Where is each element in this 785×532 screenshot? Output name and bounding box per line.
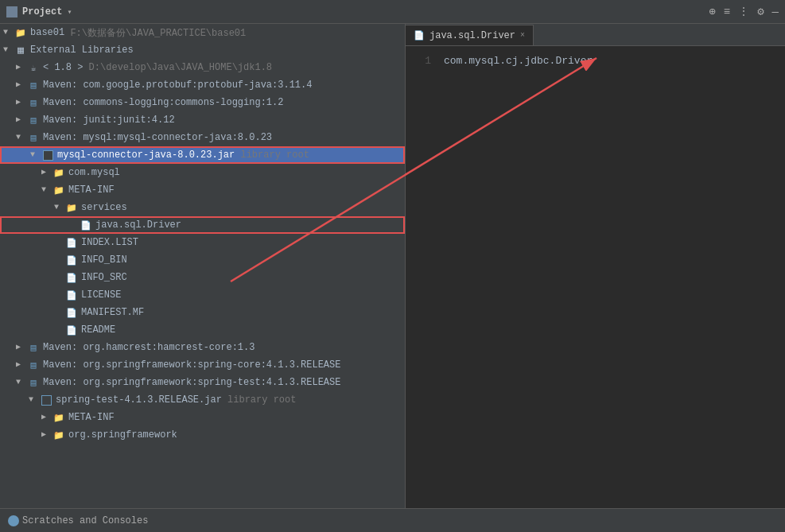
label-maven-junit: Maven: junit:junit:4.12	[43, 115, 175, 126]
label-mysql-jar-root: library root	[235, 150, 309, 161]
arrow-spring-test-jar	[29, 395, 38, 405]
tree-item-meta-inf[interactable]: META-INF	[0, 181, 405, 199]
arrow-maven-spring-core	[16, 360, 25, 370]
label-spring-meta-inf: META-INF	[68, 412, 115, 423]
tab-close-button[interactable]: ×	[520, 31, 525, 40]
code-area: com.mysql.cj.jdbc.Driver	[437, 52, 785, 502]
tree-item-maven-protobuf[interactable]: ▤ Maven: com.google.protobuf:protobuf-ja…	[0, 76, 405, 94]
tree-item-spring-org[interactable]: org.springframework	[0, 426, 405, 444]
label-maven-commons: Maven: commons-logging:commons-logging:1…	[43, 97, 283, 108]
label-jdk: < 1.8 >	[43, 62, 83, 73]
editor-area: java.sql.Driver × 1 com.mysql.cj.jdbc.Dr…	[406, 24, 785, 508]
folder-icon-spring-meta-inf	[52, 411, 65, 424]
folder-icon-spring-org	[52, 429, 65, 441]
path-jdk: D:\develop\Java\JAVA_HOME\jdk1.8	[83, 62, 272, 73]
tree-item-license[interactable]: 📄 LICENSE	[0, 286, 405, 304]
label-java-sql-driver: java.sql.Driver	[95, 219, 181, 231]
label-spring-test-jar-root: library root	[222, 394, 297, 406]
folder-icon-meta-inf	[52, 184, 65, 196]
tree-item-maven-commons[interactable]: ▤ Maven: commons-logging:commons-logging…	[0, 94, 405, 111]
folder-icon-com-mysql	[52, 166, 65, 179]
tab-file-icon	[414, 30, 425, 41]
top-bar-left: Project ▾	[6, 6, 709, 17]
sidebar[interactable]: base01 F:\数据备份\JAVA_PRACTICE\base01 ▦ Ex…	[0, 24, 406, 508]
tree-item-index-list[interactable]: 📄 INDEX.LIST	[0, 234, 405, 251]
tree-item-manifest[interactable]: 📄 MANIFEST.MF	[0, 304, 405, 321]
file-icon-license: 📄	[65, 289, 78, 301]
tree-item-readme[interactable]: 📄 README	[0, 321, 405, 339]
tab-java-sql-driver[interactable]: java.sql.Driver ×	[406, 25, 534, 45]
arrow-spring-org	[41, 430, 51, 440]
path-base01: F:\数据备份\JAVA_PRACTICE\base01	[64, 26, 246, 40]
label-index-list: INDEX.LIST	[81, 237, 138, 248]
arrow-meta-inf	[41, 185, 51, 195]
tree-item-maven-spring-test[interactable]: ▤ Maven: org.springframework:spring-test…	[0, 374, 405, 391]
split-icon[interactable]: ⋮	[738, 5, 749, 18]
tab-bar: java.sql.Driver ×	[406, 24, 785, 46]
arrow-maven-junit	[16, 115, 25, 125]
label-services: services	[81, 202, 127, 213]
file-icon-info-src: 📄	[65, 271, 78, 284]
label-manifest: MANIFEST.MF	[81, 307, 144, 318]
arrow-maven-mysql	[16, 133, 25, 142]
tree-item-spring-test-jar[interactable]: spring-test-4.1.3.RELEASE.jar library ro…	[0, 391, 405, 409]
tree-item-maven-spring-core[interactable]: ▤ Maven: org.springframework:spring-core…	[0, 356, 405, 374]
label-meta-inf: META-INF	[68, 184, 115, 196]
scratches-item[interactable]: Scratches and Consoles	[8, 515, 148, 526]
tree-item-ext-libs[interactable]: ▦ External Libraries	[0, 41, 405, 59]
project-icon	[6, 6, 17, 17]
file-icon-readme: 📄	[65, 324, 78, 336]
tree-item-info-bin[interactable]: 📄 INFO_BIN	[0, 251, 405, 269]
scratches-icon	[8, 515, 19, 526]
top-bar: Project ▾ ⊕ ≡ ⋮ ⚙ —	[0, 0, 785, 24]
main-layout: base01 F:\数据备份\JAVA_PRACTICE\base01 ▦ Ex…	[0, 24, 785, 508]
tree-item-java-sql-driver[interactable]: 📄 java.sql.Driver	[0, 216, 405, 234]
arrow-maven-commons	[16, 98, 25, 107]
tree-item-mysql-jar[interactable]: mysql-connector-java-8.0.23.jar library …	[0, 146, 405, 164]
label-com-mysql: com.mysql	[68, 167, 120, 178]
tree-item-maven-hamcrest[interactable]: ▤ Maven: org.hamcrest:hamcrest-core:1.3	[0, 339, 405, 356]
label-maven-spring-core: Maven: org.springframework:spring-core:4…	[43, 359, 340, 371]
maven-icon-mysql: ▤	[27, 131, 40, 144]
editor-wrapper: 1 com.mysql.cj.jdbc.Driver	[406, 46, 785, 508]
file-icon-java-sql-driver: 📄	[80, 219, 92, 231]
arrow-spring-meta-inf	[41, 413, 51, 422]
folder-icon-services	[65, 201, 78, 214]
tree-item-maven-junit[interactable]: ▤ Maven: junit:junit:4.12	[0, 111, 405, 129]
tree-item-spring-meta-inf[interactable]: META-INF	[0, 409, 405, 426]
label-maven-spring-test: Maven: org.springframework:spring-test:4…	[43, 377, 340, 388]
label-maven-mysql: Maven: mysql:mysql-connector-java:8.0.23	[43, 132, 272, 143]
tree-item-maven-mysql[interactable]: ▤ Maven: mysql:mysql-connector-java:8.0.…	[0, 129, 405, 146]
tree-item-jdk[interactable]: ☕ < 1.8 > D:\develop\Java\JAVA_HOME\jdk1…	[0, 59, 405, 76]
label-maven-protobuf: Maven: com.google.protobuf:protobuf-java…	[43, 80, 312, 91]
tree-item-base01[interactable]: base01 F:\数据备份\JAVA_PRACTICE\base01	[0, 24, 405, 41]
list-icon[interactable]: ≡	[724, 6, 730, 18]
file-icon-info-bin: 📄	[65, 254, 78, 266]
line-numbers: 1	[406, 52, 437, 502]
tree-item-com-mysql[interactable]: com.mysql	[0, 164, 405, 181]
arrow-com-mysql	[41, 168, 51, 177]
project-arrow[interactable]: ▾	[67, 7, 72, 17]
settings-icon[interactable]: ⚙	[757, 5, 764, 18]
scope-icon[interactable]: ⊕	[709, 5, 715, 18]
label-readme: README	[81, 324, 115, 336]
tree-item-info-src[interactable]: 📄 INFO_SRC	[0, 269, 405, 286]
jar-icon-mysql	[41, 149, 54, 161]
folder-icon-base01	[14, 26, 27, 39]
minimize-icon[interactable]: —	[772, 6, 779, 18]
file-icon-index-list: 📄	[65, 236, 78, 249]
label-maven-hamcrest: Maven: org.hamcrest:hamcrest-core:1.3	[43, 342, 255, 353]
maven-icon-protobuf: ▤	[27, 79, 40, 91]
editor-content[interactable]: 1 com.mysql.cj.jdbc.Driver	[406, 46, 785, 508]
label-license: LICENSE	[81, 289, 121, 301]
arrow-jdk	[16, 63, 25, 72]
arrow-ext-libs	[3, 45, 13, 55]
top-bar-icons: ⊕ ≡ ⋮ ⚙ —	[709, 5, 779, 18]
maven-icon-spring-test: ▤	[27, 376, 40, 389]
tree-item-services[interactable]: services	[0, 199, 405, 216]
maven-icon-commons: ▤	[27, 96, 40, 109]
arrow-services	[54, 203, 64, 212]
bottom-bar: Scratches and Consoles	[0, 508, 785, 532]
arrow-maven-hamcrest	[16, 343, 25, 352]
tab-label: java.sql.Driver	[429, 30, 515, 41]
